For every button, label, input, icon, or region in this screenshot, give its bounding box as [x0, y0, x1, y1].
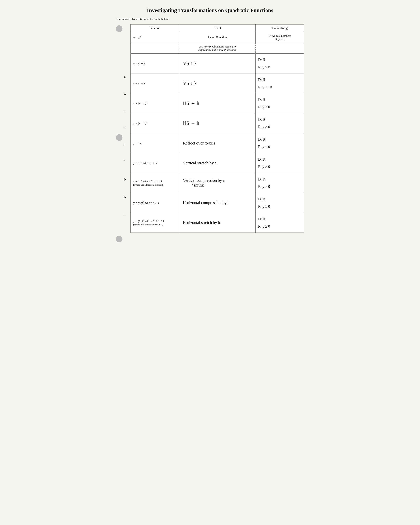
- domain-h: D: ℝR: y ≥ 0: [256, 193, 304, 213]
- function-a: y = x2 + k: [131, 54, 179, 74]
- col-header-domain: Domain/Range: [256, 25, 304, 32]
- page-title: Investigating Transformations on Quadrat…: [116, 7, 304, 13]
- domain-a: D: ℝR: y ≥ k: [256, 54, 304, 74]
- row-label-e: e.: [124, 136, 131, 152]
- col-header-function: Function: [131, 25, 179, 32]
- effect-b: VS ↓ k: [179, 74, 256, 93]
- row-label-g: g.: [124, 169, 131, 188]
- parent-domain-cell: D: All real numbersR: y ≥ 0: [256, 32, 304, 43]
- function-g: y = ax2, where 0 < a < 1 (where a is a f…: [131, 173, 179, 193]
- row-i: y = (bx)2, where 0 < b < 1 (where b is a…: [131, 213, 304, 233]
- function-c: y = (x + h)2: [131, 93, 179, 113]
- function-f: y = ax2, where a > 1: [131, 153, 179, 173]
- row-f: y = ax2, where a > 1 Vertical stretch by…: [131, 153, 304, 173]
- row-c: y = (x + h)2 HS ← h D: ℝR: y ≥ 0: [131, 93, 304, 113]
- row-e: y = −x2 Reflect over x-axis D: ℝR: y ≤ 0: [131, 133, 304, 153]
- function-b: y = x2 − k: [131, 74, 179, 93]
- domain-e: D: ℝR: y ≤ 0: [256, 133, 304, 153]
- domain-c: D: ℝR: y ≥ 0: [256, 93, 304, 113]
- note-domain-blank: [256, 43, 304, 54]
- col-header-effect: Effect: [179, 25, 256, 32]
- row-label-i: i.: [124, 205, 131, 224]
- effect-d: HS → h: [179, 113, 256, 133]
- parent-function-row: y = x2 Parent Function D: All real numbe…: [131, 32, 304, 43]
- parent-effect-cell: Parent Function: [179, 32, 256, 43]
- effect-i: Horizontal stretch by b: [179, 213, 256, 233]
- row-label-a: a.: [124, 68, 131, 85]
- circle-bottom: [116, 236, 123, 242]
- effect-c: HS ← h: [179, 93, 256, 113]
- parent-function-cell: y = x2: [131, 32, 179, 43]
- note-row: Tell how the functions below aredifferen…: [131, 43, 304, 54]
- effect-a: VS ↑ k: [179, 54, 256, 74]
- main-table: Function Effect Domain/Range: [131, 24, 304, 233]
- effect-e: Reflect over x-axis: [179, 133, 256, 153]
- function-d: y = (x − h)2: [131, 113, 179, 133]
- function-e: y = −x2: [131, 133, 179, 153]
- row-label-d: d.: [124, 119, 131, 136]
- row-label-c: c.: [124, 102, 131, 119]
- header-row: Function Effect Domain/Range: [131, 25, 304, 32]
- domain-b: D: ℝR: y ≥ −k: [256, 74, 304, 93]
- function-i: y = (bx)2, where 0 < b < 1 (where b is a…: [131, 213, 179, 233]
- function-h: y = (bx)2, where b > 1: [131, 193, 179, 213]
- domain-d: D: ℝR: y ≥ 0: [256, 113, 304, 133]
- row-label-f: f.: [124, 152, 131, 169]
- note-function-blank: [131, 43, 179, 54]
- effect-g: Vertical compression by a"shrink": [179, 173, 256, 193]
- row-label-h: h.: [124, 188, 131, 205]
- effect-f: Vertical stretch by a: [179, 153, 256, 173]
- subtitle: Summarize observations in the table belo…: [116, 17, 304, 21]
- circle-middle: [116, 134, 123, 141]
- domain-f: D: ℝR: y ≥ 0: [256, 153, 304, 173]
- domain-i: D: ℝR: y ≥ 0: [256, 213, 304, 233]
- row-b: y = x2 − k VS ↓ k D: ℝR: y ≥ −k: [131, 74, 304, 93]
- effect-h: Horizontal compression by b: [179, 193, 256, 213]
- domain-g: D: ℝR: y ≥ 0: [256, 173, 304, 193]
- row-g: y = ax2, where 0 < a < 1 (where a is a f…: [131, 173, 304, 193]
- row-a: y = x2 + k VS ↑ k D: ℝR: y ≥ k: [131, 54, 304, 74]
- row-h: y = (bx)2, where b > 1 Horizontal compre…: [131, 193, 304, 213]
- row-label-b: b.: [124, 85, 131, 102]
- note-effect-cell: Tell how the functions below aredifferen…: [179, 43, 256, 54]
- circle-top: [116, 25, 123, 32]
- row-d: y = (x − h)2 HS → h D: ℝR: y ≥ 0: [131, 113, 304, 133]
